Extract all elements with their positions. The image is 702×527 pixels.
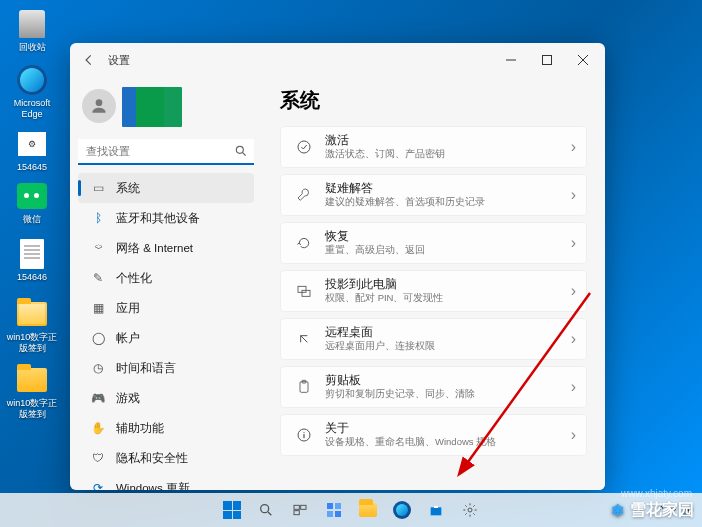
desktop-icon-textfile[interactable]: 154646	[6, 236, 58, 283]
taskbar-taskview[interactable]	[285, 495, 315, 525]
taskbar-widgets[interactable]	[319, 495, 349, 525]
maximize-icon	[542, 55, 552, 65]
recovery-icon	[293, 235, 315, 251]
project-icon	[293, 283, 315, 299]
taskbar-settings[interactable]	[455, 495, 485, 525]
info-icon	[293, 427, 315, 443]
search-icon	[258, 502, 274, 518]
card-title: 远程桌面	[325, 326, 571, 340]
tray-network-icon[interactable]: ⌔	[670, 505, 676, 516]
back-button[interactable]	[74, 45, 104, 75]
nav-label: 游戏	[116, 391, 140, 406]
chevron-right-icon: ›	[571, 186, 576, 204]
widgets-icon	[326, 502, 342, 518]
watermark-url: www.xhjaty.com	[621, 488, 692, 499]
svg-point-3	[298, 141, 310, 153]
card-subtitle: 远程桌面用户、连接权限	[325, 340, 571, 351]
desktop-icon-label: win10数字正版签到	[6, 398, 58, 420]
display-icon: ▭	[90, 181, 106, 195]
chevron-right-icon: ›	[571, 282, 576, 300]
card-subtitle: 权限、配对 PIN、可发现性	[325, 292, 571, 303]
card-subtitle: 设备规格、重命名电脑、Windows 规格	[325, 436, 571, 447]
desktop-icon-label: win10数字正版签到	[6, 332, 58, 354]
card-title: 关于	[325, 422, 571, 436]
maximize-button[interactable]	[529, 46, 565, 74]
desktop-icon-settings-file[interactable]: ⚙ 154645	[6, 126, 58, 173]
nav-item-apps[interactable]: ▦应用	[78, 293, 254, 323]
nav-item-network[interactable]: ⌔网络 & Internet	[78, 233, 254, 263]
card-troubleshoot[interactable]: 疑难解答建议的疑难解答、首选项和历史记录 ›	[280, 174, 587, 216]
nav-item-windows-update[interactable]: ⟳Windows 更新	[78, 473, 254, 490]
folder-icon	[359, 503, 377, 517]
window-title: 设置	[108, 53, 130, 68]
nav-item-bluetooth[interactable]: ᛒ蓝牙和其他设备	[78, 203, 254, 233]
chevron-right-icon: ›	[571, 378, 576, 396]
card-subtitle: 剪切和复制历史记录、同步、清除	[325, 388, 571, 399]
card-project[interactable]: 投影到此电脑权限、配对 PIN、可发现性 ›	[280, 270, 587, 312]
desktop-icon-recycle-bin[interactable]: 回收站	[6, 6, 58, 53]
arrow-left-icon	[82, 53, 96, 67]
desktop-icon-wechat[interactable]: 微信	[6, 178, 58, 225]
nav-item-accessibility[interactable]: ✋辅助功能	[78, 413, 254, 443]
card-subtitle: 激活状态、订阅、产品密钥	[325, 148, 571, 159]
update-icon: ⟳	[90, 481, 106, 490]
svg-rect-15	[335, 503, 341, 509]
svg-rect-12	[301, 505, 306, 509]
nav-item-privacy[interactable]: 🛡隐私和安全性	[78, 443, 254, 473]
avatar	[82, 89, 116, 123]
desktop-icon-folder-open[interactable]: win10数字正版签到	[6, 296, 58, 354]
svg-rect-13	[294, 511, 299, 515]
svg-point-2	[236, 146, 243, 153]
taskbar-explorer[interactable]	[353, 495, 383, 525]
shield-icon: 🛡	[90, 452, 106, 464]
person-icon: ◯	[90, 331, 106, 345]
desktop-icon-edge[interactable]: Microsoft Edge	[6, 62, 58, 120]
taskbar-edge[interactable]	[387, 495, 417, 525]
desktop-icon-label: 154645	[6, 162, 58, 173]
clock-icon: ◷	[90, 361, 106, 375]
apps-icon: ▦	[90, 301, 106, 315]
close-button[interactable]	[565, 46, 601, 74]
card-about[interactable]: 关于设备规格、重命名电脑、Windows 规格 ›	[280, 414, 587, 456]
nav-label: 应用	[116, 301, 140, 316]
card-remote-desktop[interactable]: 远程桌面远程桌面用户、连接权限 ›	[280, 318, 587, 360]
nav-label: 蓝牙和其他设备	[116, 211, 200, 226]
desktop-icon-label: 微信	[6, 214, 58, 225]
desktop-icon-label: Microsoft Edge	[6, 98, 58, 120]
card-clipboard[interactable]: 剪贴板剪切和复制历史记录、同步、清除 ›	[280, 366, 587, 408]
nav-item-system[interactable]: ▭系统	[78, 173, 254, 203]
nav-item-personalization[interactable]: ✎个性化	[78, 263, 254, 293]
wechat-icon	[16, 180, 48, 212]
nav-item-time-language[interactable]: ◷时间和语言	[78, 353, 254, 383]
svg-rect-14	[327, 503, 333, 509]
svg-rect-16	[327, 511, 333, 517]
tray-volume-icon[interactable]: 🔊	[682, 505, 694, 516]
card-activation[interactable]: 激活激活状态、订阅、产品密钥 ›	[280, 126, 587, 168]
recycle-bin-icon	[16, 8, 48, 40]
chevron-right-icon: ›	[571, 138, 576, 156]
gear-document-icon: ⚙	[16, 128, 48, 160]
taskbar-search[interactable]	[251, 495, 281, 525]
nav-label: 网络 & Internet	[116, 241, 193, 256]
card-subtitle: 重置、高级启动、返回	[325, 244, 571, 255]
content-pane: 系统 激活激活状态、订阅、产品密钥 › 疑难解答建议的疑难解答、首选项和历史记录…	[262, 77, 605, 490]
minimize-button[interactable]	[493, 46, 529, 74]
card-recovery[interactable]: 恢复重置、高级启动、返回 ›	[280, 222, 587, 264]
nav-item-gaming[interactable]: 🎮游戏	[78, 383, 254, 413]
taskbar-store[interactable]	[421, 495, 451, 525]
svg-point-10	[261, 505, 269, 513]
user-account-row[interactable]	[78, 81, 254, 137]
close-icon	[578, 55, 588, 65]
tray-chevron-icon[interactable]: ^	[659, 505, 664, 516]
system-tray[interactable]: ^ ⌔ 🔊	[659, 505, 694, 516]
search-wrap	[78, 139, 254, 165]
store-icon	[428, 502, 444, 518]
desktop-icon-folder[interactable]: win10数字正版签到	[6, 362, 58, 420]
start-button[interactable]	[217, 495, 247, 525]
card-title: 疑难解答	[325, 182, 571, 196]
search-input[interactable]	[78, 139, 254, 165]
card-title: 恢复	[325, 230, 571, 244]
nav-item-accounts[interactable]: ◯帐户	[78, 323, 254, 353]
chevron-right-icon: ›	[571, 426, 576, 444]
edge-icon	[393, 501, 411, 519]
